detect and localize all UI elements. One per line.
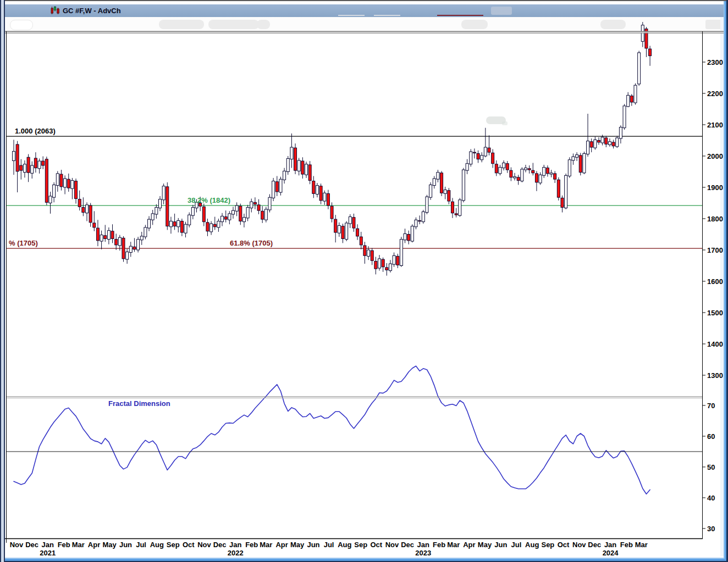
svg-text:Jan: Jan xyxy=(417,541,429,549)
svg-text:70: 70 xyxy=(707,402,715,410)
svg-text:Apr: Apr xyxy=(275,541,288,549)
svg-text:Jul: Jul xyxy=(511,541,522,549)
svg-text:Oct: Oct xyxy=(370,541,382,549)
svg-text:Dec: Dec xyxy=(401,541,414,549)
svg-text:2022: 2022 xyxy=(228,549,244,557)
svg-text:2300: 2300 xyxy=(707,58,723,66)
svg-text:60: 60 xyxy=(707,432,715,441)
svg-text:1600: 1600 xyxy=(707,277,723,286)
svg-text:Dec: Dec xyxy=(213,541,227,549)
svg-text:Jan: Jan xyxy=(604,541,616,549)
svg-text:1500: 1500 xyxy=(707,309,723,317)
svg-text:Feb: Feb xyxy=(620,541,633,549)
svg-text:Sep: Sep xyxy=(541,541,554,549)
price-axis[interactable]: 2300220021002000190018001700160015001400… xyxy=(702,58,723,380)
svg-text:Feb: Feb xyxy=(58,541,70,549)
svg-text:30: 30 xyxy=(707,525,715,533)
svg-text:May: May xyxy=(102,541,117,549)
svg-text:2100: 2100 xyxy=(707,121,723,129)
svg-text:Apr: Apr xyxy=(88,541,100,549)
svg-text:Jan: Jan xyxy=(42,541,54,549)
svg-text:Nov: Nov xyxy=(10,541,24,549)
svg-text:50: 50 xyxy=(707,463,715,471)
svg-text:Sep: Sep xyxy=(167,541,180,549)
svg-text:2021: 2021 xyxy=(40,549,56,557)
svg-text:2200: 2200 xyxy=(707,90,723,98)
window-title: GC #F,W - AdvCh xyxy=(63,7,121,15)
svg-text:Sep: Sep xyxy=(354,541,367,549)
fib-label-100: 1.000 (2063) xyxy=(15,127,56,135)
svg-text:Apr: Apr xyxy=(463,541,475,549)
svg-text:1700: 1700 xyxy=(707,246,723,254)
svg-text:Feb: Feb xyxy=(433,541,445,549)
svg-text:1800: 1800 xyxy=(707,215,723,223)
svg-text:May: May xyxy=(478,541,492,549)
svg-text:1400: 1400 xyxy=(707,340,723,348)
svg-text:Jun: Jun xyxy=(119,541,132,549)
time-axis[interactable]: NovDecJanFebMarAprMayJunJulAugSepOctNovD… xyxy=(10,541,648,557)
svg-text:Jul: Jul xyxy=(136,541,146,549)
svg-text:2024: 2024 xyxy=(603,549,619,557)
fib-label-382: 38.2% (1842) xyxy=(187,196,230,204)
indicator-label: Fractal Dimension xyxy=(108,399,170,408)
svg-text:Mar: Mar xyxy=(260,541,272,549)
svg-text:Aug: Aug xyxy=(338,541,351,549)
svg-text:Dec: Dec xyxy=(588,541,601,549)
candlestick-icon xyxy=(51,6,60,15)
svg-text:Aug: Aug xyxy=(525,541,539,549)
svg-text:1900: 1900 xyxy=(707,183,723,192)
svg-text:Oct: Oct xyxy=(183,541,195,549)
svg-text:Aug: Aug xyxy=(150,541,164,549)
indicator-line xyxy=(14,366,650,494)
chart-canvas[interactable]: 2300220021002000190018001700160015001400… xyxy=(0,0,728,562)
svg-text:Dec: Dec xyxy=(25,541,38,549)
svg-text:Jun: Jun xyxy=(307,541,319,549)
svg-text:Jun: Jun xyxy=(494,541,507,549)
svg-text:Jul: Jul xyxy=(324,541,334,549)
chart-area[interactable]: 2300220021002000190018001700160015001400… xyxy=(0,0,728,562)
chart-window: GC #F,W - AdvCh 230022002100200019001800… xyxy=(0,0,728,562)
svg-text:May: May xyxy=(290,541,305,549)
svg-text:Nov: Nov xyxy=(385,541,399,549)
svg-text:1300: 1300 xyxy=(707,371,723,380)
svg-text:Oct: Oct xyxy=(558,541,570,549)
candlesticks xyxy=(13,22,652,276)
svg-text:Mar: Mar xyxy=(72,541,85,549)
svg-text:2023: 2023 xyxy=(415,549,431,557)
svg-text:Feb: Feb xyxy=(245,541,258,549)
indicator-axis[interactable]: 7060504030 xyxy=(702,402,715,533)
svg-text:2000: 2000 xyxy=(707,152,723,160)
fib-label-618-left: % (1705) xyxy=(9,239,38,247)
pane-borders xyxy=(5,31,724,543)
svg-text:Jan: Jan xyxy=(229,541,241,549)
svg-text:Nov: Nov xyxy=(572,541,586,549)
svg-text:Nov: Nov xyxy=(197,541,211,549)
svg-text:Mar: Mar xyxy=(635,541,648,549)
fib-label-618: 61.8% (1705) xyxy=(230,239,273,247)
svg-text:40: 40 xyxy=(707,494,715,502)
svg-text:Mar: Mar xyxy=(447,541,460,549)
